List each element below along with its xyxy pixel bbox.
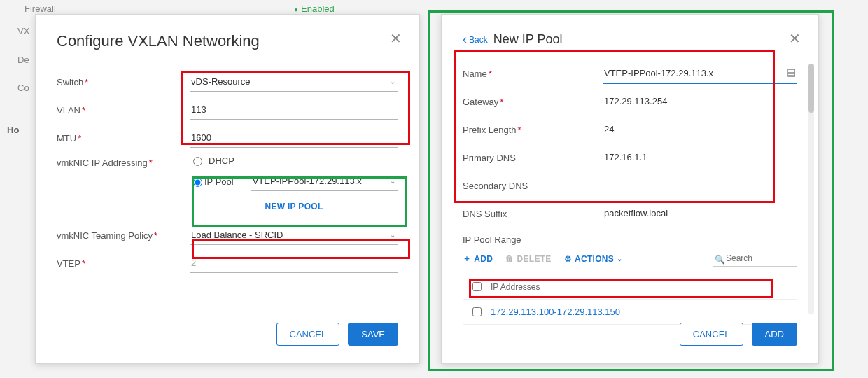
label-mtu: MTU*	[57, 133, 190, 144]
dhcp-radio[interactable]	[193, 157, 202, 166]
label-name: Name*	[463, 69, 603, 79]
label-ip-addressing: vmkNIC IP Addressing*	[57, 155, 190, 168]
new-ip-pool-modal: ✕ Back New IP Pool Name* ▤ Gateway* Pref…	[441, 14, 819, 364]
bg-firewall-label: Firewall	[24, 4, 56, 14]
switch-select[interactable]	[190, 72, 398, 92]
select-all-checkbox[interactable]	[472, 282, 482, 291]
gear-icon: ⚙	[564, 254, 572, 264]
name-input[interactable]	[603, 64, 797, 84]
cancel-button[interactable]: CANCEL	[680, 323, 743, 346]
ippool-select[interactable]	[251, 172, 398, 191]
secondary-dns-input[interactable]	[603, 176, 797, 195]
cancel-button[interactable]: CANCEL	[276, 323, 340, 346]
label-pdns: Primary DNS	[463, 153, 603, 163]
gateway-input[interactable]	[603, 92, 797, 111]
label-vlan: VLAN*	[57, 105, 190, 115]
ippool-radio[interactable]	[193, 178, 202, 187]
ip-range-grid: IP Addresses 172.29.113.100-172.29.113.1…	[463, 274, 797, 325]
close-icon[interactable]: ✕	[390, 30, 402, 47]
pool-range-toolbar: ＋ADD 🗑DELETE ⚙ACTIONS⌄ 🔍	[463, 251, 797, 267]
vxlan-modal-title: Configure VXLAN Networking	[57, 32, 398, 50]
vtep-input	[190, 253, 398, 273]
mtu-input[interactable]	[190, 128, 398, 148]
ippool-radio-label: IP Pool	[204, 176, 234, 187]
plus-icon: ＋	[463, 253, 471, 265]
label-teaming: vmkNIC Teaming Policy*	[57, 230, 190, 241]
scrollbar[interactable]	[808, 64, 814, 314]
label-switch: Switch*	[57, 77, 190, 88]
bg-de-frag: De	[18, 55, 29, 65]
primary-dns-input[interactable]	[603, 148, 797, 167]
ip-pool-range-label: IP Pool Range	[463, 234, 797, 245]
back-link[interactable]: Back	[463, 32, 488, 47]
teaming-select[interactable]	[190, 225, 398, 245]
close-icon[interactable]: ✕	[789, 30, 801, 47]
vxlan-config-modal: Configure VXLAN Networking ✕ Switch* ⌄ V…	[35, 14, 420, 364]
label-suffix: DNS Suffix	[463, 209, 603, 219]
bg-co-frag: Co	[18, 83, 29, 93]
bg-firewall-status: Enabled	[294, 4, 335, 14]
new-ip-pool-title: New IP Pool	[493, 32, 563, 47]
search-icon: 🔍	[715, 255, 725, 265]
ip-range-link[interactable]: 172.29.113.100-172.29.113.150	[491, 307, 797, 317]
scroll-thumb[interactable]	[808, 64, 814, 113]
add-button[interactable]: ADD	[752, 323, 797, 346]
delete-range-button: 🗑DELETE	[505, 254, 551, 264]
add-range-button[interactable]: ＋ADD	[463, 253, 493, 265]
new-ip-pool-link[interactable]: NEW IP POOL	[265, 202, 323, 211]
search-input[interactable]	[713, 251, 797, 267]
bg-vx-frag: VX	[18, 26, 29, 36]
actions-dropdown[interactable]: ⚙ACTIONS⌄	[564, 254, 623, 264]
breadcrumb: Back New IP Pool	[463, 32, 797, 47]
trash-icon: 🗑	[505, 254, 514, 264]
table-row: 172.29.113.100-172.29.113.150	[463, 300, 797, 325]
label-gateway: Gateway*	[463, 97, 603, 107]
dns-suffix-input[interactable]	[603, 204, 797, 223]
save-button[interactable]: SAVE	[348, 323, 398, 346]
prefix-input[interactable]	[603, 120, 797, 139]
row-checkbox[interactable]	[472, 307, 482, 316]
label-vtep: VTEP*	[57, 258, 190, 269]
dhcp-radio-label: DHCP	[209, 155, 234, 166]
label-prefix: Prefix Length*	[463, 125, 603, 135]
grid-header-ip: IP Addresses	[491, 282, 797, 292]
bg-ho-frag: Ho	[7, 125, 19, 135]
vlan-input[interactable]	[190, 100, 398, 120]
chevron-down-icon: ⌄	[617, 255, 622, 262]
bookmark-icon[interactable]: ▤	[787, 66, 796, 78]
label-sdns: Secondary DNS	[463, 181, 603, 191]
